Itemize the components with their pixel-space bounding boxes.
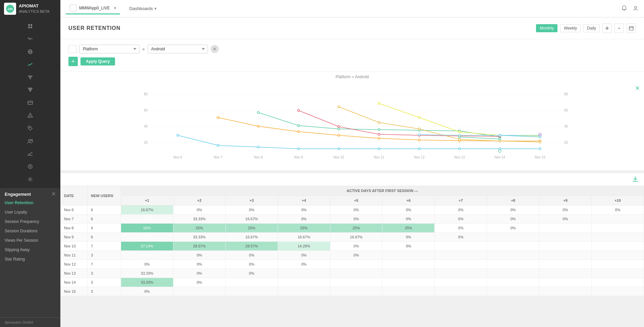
- cell-new-users: 3: [88, 251, 121, 260]
- nav-activity-icon[interactable]: [23, 33, 37, 45]
- app-subtitle: ANALYTICS BETA: [19, 9, 49, 13]
- user-icon[interactable]: [633, 5, 639, 12]
- cell-pct: [225, 287, 278, 296]
- cell-pct: [330, 287, 382, 296]
- filter-add-button[interactable]: +: [68, 57, 78, 66]
- cell-pct: [592, 287, 644, 296]
- download-icon[interactable]: [632, 176, 639, 184]
- svg-point-64: [338, 128, 340, 130]
- nav-filter-icon[interactable]: [23, 71, 37, 83]
- cell-pct: [539, 251, 592, 260]
- svg-point-91: [459, 136, 461, 138]
- sidebar-item-star-rating[interactable]: Star Rating: [0, 254, 60, 264]
- nav-soccer-icon[interactable]: [23, 160, 37, 173]
- nav-home-icon[interactable]: [23, 20, 37, 32]
- filter-area: Platform OS Version App Version Country …: [60, 39, 644, 72]
- filter-apply-button[interactable]: Apply Query: [80, 57, 115, 65]
- cell-new-users: 6: [88, 215, 121, 224]
- btn-calendar[interactable]: [627, 24, 636, 33]
- svg-text:Nov 12: Nov 12: [414, 155, 425, 159]
- sidebar-item-session-frequency[interactable]: Session Frequency: [0, 217, 60, 226]
- btn-zoom-in[interactable]: [614, 24, 624, 33]
- logo-text: APIOMAT ANALYTICS BETA: [19, 3, 49, 14]
- cell-pct: 50%: [121, 233, 173, 242]
- btn-daily[interactable]: Daily: [583, 24, 600, 32]
- nav-card-icon[interactable]: [23, 97, 37, 109]
- cell-pct: 25%: [382, 224, 435, 233]
- cell-date: Nov 8: [61, 224, 88, 233]
- cell-pct: 0%: [435, 215, 487, 224]
- svg-point-16: [29, 127, 30, 128]
- svg-point-43: [177, 134, 179, 136]
- cell-pct: [592, 242, 644, 251]
- cell-pct: 0%: [382, 233, 435, 242]
- nav-tag-icon[interactable]: [23, 122, 37, 134]
- cell-pct: 16.67%: [225, 233, 278, 242]
- svg-rect-27: [629, 27, 633, 30]
- sidebar-close-button[interactable]: ✕: [51, 191, 56, 197]
- topbar-app-selector[interactable]: MMWApp0_LIVE ▾: [66, 3, 120, 14]
- col-header-day: +4: [278, 196, 330, 205]
- cell-pct: 50%: [121, 224, 173, 233]
- svg-point-83: [418, 116, 420, 119]
- svg-point-44: [217, 144, 219, 146]
- cell-pct: 33.33%: [121, 269, 173, 278]
- table-row: Nov 7650%33.33%16.67%0%0%0%0%0%0%: [61, 215, 644, 224]
- svg-point-20: [28, 165, 32, 169]
- sidebar-item-user-retention[interactable]: User Retention: [0, 198, 60, 207]
- sidebar-item-user-loyalty[interactable]: User Loyalty: [0, 207, 60, 217]
- page-header: USER RETENTION Monthly Weekly Daily: [60, 17, 644, 39]
- cell-pct: [539, 224, 592, 233]
- nav-users-icon[interactable]: [23, 135, 37, 147]
- cell-pct: [487, 287, 539, 296]
- topbar-right: [621, 5, 639, 12]
- cell-new-users: 3: [88, 278, 121, 287]
- notification-icon[interactable]: [621, 5, 627, 12]
- filter-value-select[interactable]: Android iOS Windows: [148, 45, 208, 53]
- nav-chart-icon[interactable]: [23, 148, 37, 160]
- svg-rect-9: [28, 88, 32, 89]
- col-header-active-days: ACTIVE DAYS AFTER FIRST SESSION ---: [121, 186, 644, 196]
- svg-point-76: [338, 106, 340, 108]
- col-header-new-users: NEW USERS: [88, 186, 121, 205]
- svg-point-15: [30, 117, 31, 117]
- cell-pct: 0%: [330, 251, 382, 260]
- btn-weekly[interactable]: Weekly: [560, 24, 581, 32]
- sidebar-item-views-per-session[interactable]: Views Per Session: [0, 236, 60, 245]
- cell-pct: 0%: [173, 251, 225, 260]
- btn-zoom-out[interactable]: [602, 24, 612, 33]
- topbar-dashboards[interactable]: Dashboards ▾: [125, 4, 161, 13]
- filter-clear-button[interactable]: ✕: [211, 45, 219, 53]
- col-header-date: DATE: [61, 186, 88, 205]
- filter-field-select[interactable]: Platform OS Version App Version Country: [79, 45, 140, 53]
- sidebar-item-session-durations[interactable]: Session Durations: [0, 226, 60, 236]
- nav-settings-icon[interactable]: [23, 173, 37, 185]
- btn-monthly[interactable]: Monthly: [536, 24, 557, 32]
- nav-alert-icon[interactable]: [23, 109, 37, 122]
- app-logo-icon: API: [4, 3, 16, 15]
- svg-point-22: [30, 179, 31, 180]
- col-header-day: +3: [225, 196, 278, 205]
- cell-pct: [382, 287, 435, 296]
- svg-text:Nov 13: Nov 13: [454, 155, 465, 159]
- sidebar-item-slipping-away[interactable]: Slipping Away: [0, 245, 60, 254]
- nav-funnel-icon[interactable]: [23, 84, 37, 96]
- cell-pct: 0%: [278, 260, 330, 269]
- filter-operator: =: [142, 47, 145, 52]
- cell-date: Nov 10: [61, 242, 88, 251]
- svg-text:API: API: [7, 7, 12, 11]
- col-header-day: +1: [121, 196, 173, 205]
- cell-pct: 0%: [225, 251, 278, 260]
- nav-globe-icon[interactable]: [23, 46, 37, 58]
- cell-pct: [539, 287, 592, 296]
- cell-pct: 25%: [330, 224, 382, 233]
- table-row: Nov 14333.33%0%: [61, 278, 644, 287]
- cell-pct: 33.33%: [173, 233, 225, 242]
- cell-pct: 0%: [121, 287, 173, 296]
- cell-pct: 33.33%: [173, 215, 225, 224]
- filter-checkbox[interactable]: [68, 45, 76, 53]
- chart-close-button[interactable]: ✕: [635, 85, 640, 92]
- cell-pct: [487, 233, 539, 242]
- nav-engagement-icon[interactable]: [23, 58, 37, 71]
- chart-area: ✕ 80 60 40 20 80 60 40 20: [60, 82, 644, 171]
